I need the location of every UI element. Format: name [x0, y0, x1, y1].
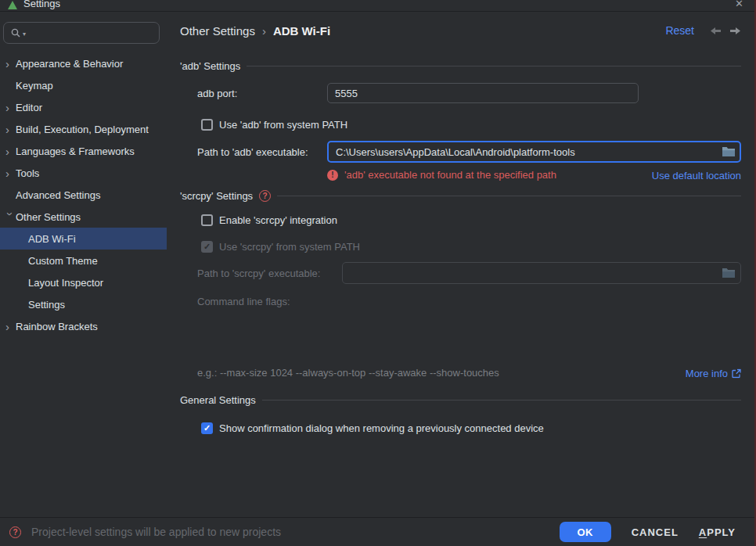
sidebar-item-keymap[interactable]: Keymap: [0, 74, 167, 96]
section-divider: [262, 400, 741, 401]
enable-scrcpy-label: Enable 'scrcpy' integration: [219, 214, 337, 226]
apply-label-rest: PPLY: [707, 526, 736, 538]
breadcrumb-parent[interactable]: Other Settings: [180, 24, 255, 38]
settings-sidebar: ▾ ›Appearance & BehaviorKeymap›Editor›Bu…: [0, 13, 167, 517]
use-adb-from-path-checkbox[interactable]: [201, 119, 213, 131]
sidebar-item-custom-theme[interactable]: Custom Theme: [0, 250, 167, 271]
close-icon[interactable]: ✕: [735, 0, 743, 9]
breadcrumb: Other Settings › ADB Wi-Fi: [180, 24, 330, 38]
sidebar-item-settings[interactable]: Settings: [0, 293, 167, 315]
flags-hint-row: e.g.: --max-size 1024 --always-on-top --…: [180, 367, 741, 379]
sidebar-item-label: Rainbow Brackets: [16, 321, 98, 332]
apply-mnemonic: A: [699, 526, 707, 538]
cancel-button[interactable]: CANCEL: [632, 526, 679, 538]
dialog-footer: ? Project-level settings will be applied…: [0, 517, 756, 546]
external-link-icon: [732, 368, 741, 378]
sidebar-item-rainbow-brackets[interactable]: ›Rainbow Brackets: [0, 315, 167, 337]
scrcpy-path-row: Path to 'scrcpy' executable:: [180, 262, 741, 284]
sidebar-item-appearance-behavior[interactable]: ›Appearance & Behavior: [0, 52, 167, 74]
sidebar-item-build-execution-deployment[interactable]: ›Build, Execution, Deployment: [0, 118, 167, 140]
breadcrumb-separator-icon: ›: [262, 24, 266, 38]
search-icon: [10, 27, 21, 38]
more-info-label: More info: [686, 368, 728, 379]
general-section-header: General Settings: [180, 393, 741, 406]
search-history-dropdown-icon[interactable]: ▾: [23, 31, 26, 38]
sidebar-item-layout-inspector[interactable]: Layout Inspector: [0, 271, 167, 293]
sidebar-item-label: Editor: [16, 102, 42, 113]
chevron-right-icon[interactable]: ›: [5, 102, 16, 113]
settings-tree: ›Appearance & BehaviorKeymap›Editor›Buil…: [0, 52, 167, 337]
section-divider: [247, 66, 741, 66]
help-icon[interactable]: ?: [259, 190, 271, 202]
command-line-flags-label: Command line flags:: [197, 296, 290, 307]
adb-path-row: Path to 'adb' executable:: [180, 141, 741, 163]
title-bar: Settings ✕: [0, 0, 756, 12]
adb-path-input[interactable]: [327, 141, 741, 163]
adb-port-row: adb port:: [180, 83, 741, 103]
adb-path-label: Path to 'adb' executable:: [197, 146, 308, 158]
chevron-right-icon[interactable]: ›: [5, 168, 16, 178]
page-header: Other Settings › ADB Wi-Fi Reset: [180, 22, 741, 39]
adb-section-header: 'adb' Settings: [180, 59, 741, 72]
scrcpy-path-label: Path to 'scrcpy' executable:: [197, 268, 320, 279]
chevron-right-icon[interactable]: ›: [5, 59, 16, 69]
help-icon[interactable]: ?: [9, 526, 21, 538]
sidebar-item-label: Settings: [28, 299, 65, 311]
sidebar-item-label: ADB Wi-Fi: [28, 233, 76, 245]
chevron-right-icon[interactable]: ›: [5, 146, 16, 156]
window-title: Settings: [23, 0, 60, 9]
command-line-flags-textarea: [342, 295, 741, 364]
enable-scrcpy-checkbox[interactable]: [201, 214, 213, 226]
sidebar-item-other-settings[interactable]: ›Other Settings: [0, 206, 167, 228]
sidebar-item-languages-frameworks[interactable]: ›Languages & Frameworks: [0, 140, 167, 162]
sidebar-item-label: Build, Execution, Deployment: [16, 124, 149, 135]
adb-use-path-row: Use 'adb' from system PATH: [180, 119, 741, 131]
scrcpy-section-title: 'scrcpy' Settings: [180, 190, 253, 202]
show-confirmation-label: Show confirmation dialog when removing a…: [219, 422, 544, 434]
apply-button[interactable]: APPLY: [699, 526, 736, 538]
breadcrumb-current: ADB Wi-Fi: [273, 24, 330, 38]
error-icon: !: [327, 170, 338, 181]
scrcpy-path-input: [342, 262, 741, 284]
sidebar-item-label: Keymap: [16, 80, 53, 92]
flags-hint-text: e.g.: --max-size 1024 --always-on-top --…: [197, 367, 499, 379]
android-studio-icon: [7, 0, 18, 10]
sidebar-item-editor[interactable]: ›Editor: [0, 96, 167, 118]
sidebar-item-label: Appearance & Behavior: [16, 58, 123, 70]
back-arrow-icon[interactable]: [710, 26, 722, 36]
adb-path-error-text: 'adb' executable not found at the specif…: [344, 169, 556, 181]
adb-port-input[interactable]: [327, 83, 639, 103]
footer-note: Project-level settings will be applied t…: [31, 526, 281, 538]
sidebar-item-label: Layout Inspector: [28, 277, 103, 289]
sidebar-item-adb-wi-fi[interactable]: ADB Wi-Fi: [0, 228, 167, 250]
sidebar-item-label: Advanced Settings: [16, 189, 100, 201]
sidebar-item-advanced-settings[interactable]: Advanced Settings: [0, 184, 167, 206]
scrcpy-use-path-row: ✓ Use 'scrcpy' from system PATH: [180, 241, 741, 253]
use-adb-from-path-label: Use 'adb' from system PATH: [219, 119, 347, 131]
forward-arrow-icon[interactable]: [729, 26, 741, 36]
settings-search-input[interactable]: ▾: [3, 22, 160, 44]
chevron-down-icon[interactable]: ›: [5, 212, 16, 222]
chevron-right-icon[interactable]: ›: [5, 124, 16, 135]
sidebar-item-tools[interactable]: ›Tools: [0, 162, 167, 184]
browse-folder-icon[interactable]: [722, 146, 735, 157]
command-line-flags-row: Command line flags:: [180, 295, 741, 307]
use-scrcpy-from-path-label: Use 'scrcpy' from system PATH: [219, 241, 360, 253]
ok-button[interactable]: OK: [560, 522, 611, 542]
sidebar-item-label: Other Settings: [16, 211, 81, 223]
reset-link[interactable]: Reset: [665, 24, 694, 37]
general-section-title: General Settings: [180, 394, 256, 406]
scrcpy-enable-row: Enable 'scrcpy' integration: [180, 214, 741, 227]
scrcpy-section-header: 'scrcpy' Settings ?: [180, 189, 741, 202]
chevron-right-icon[interactable]: ›: [5, 321, 16, 332]
section-divider: [277, 196, 741, 196]
more-info-link[interactable]: More info: [686, 368, 741, 379]
show-confirmation-checkbox[interactable]: ✓: [201, 422, 213, 434]
sidebar-item-label: Tools: [16, 167, 39, 179]
browse-folder-icon: [722, 268, 735, 278]
sidebar-item-label: Custom Theme: [28, 255, 98, 267]
sidebar-item-label: Languages & Frameworks: [16, 145, 135, 157]
use-default-location-link[interactable]: Use default location: [652, 170, 741, 181]
confirm-dialog-row: ✓ Show confirmation dialog when removing…: [180, 422, 741, 435]
adb-port-label: adb port:: [197, 88, 237, 99]
